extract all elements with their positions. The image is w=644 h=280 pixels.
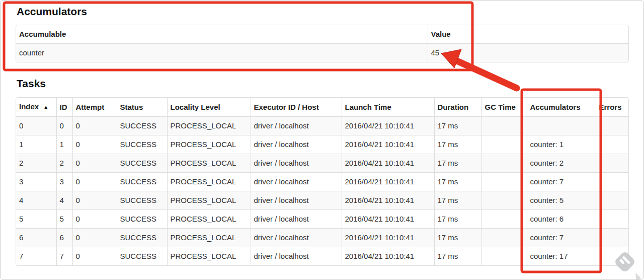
tasks-table: Index▲IDAttemptStatusLocality LevelExecu… xyxy=(16,98,629,265)
table-cell: 17 ms xyxy=(434,154,481,173)
table-cell: SUCCESS xyxy=(117,191,167,210)
table-cell: PROCESS_LOCAL xyxy=(167,210,251,229)
table-cell: SUCCESS xyxy=(117,247,167,266)
table-cell: 6 xyxy=(56,229,72,247)
table-cell: 17 ms xyxy=(434,191,481,210)
header-row: Index▲IDAttemptStatusLocality LevelExecu… xyxy=(16,98,629,117)
column-header-duration[interactable]: Duration xyxy=(434,98,481,117)
table-cell: PROCESS_LOCAL xyxy=(167,229,251,247)
column-header-label: Index xyxy=(19,102,39,111)
table-cell: 5 xyxy=(56,210,72,229)
column-header-launch-time[interactable]: Launch Time xyxy=(342,98,434,117)
table-cell: SUCCESS xyxy=(117,117,167,135)
table-cell: PROCESS_LOCAL xyxy=(167,154,251,173)
table-cell: 7 xyxy=(16,247,56,266)
table-row: 770SUCCESSPROCESS_LOCALdriver / localhos… xyxy=(16,247,629,266)
table-cell: 1 xyxy=(16,135,56,154)
column-header-gc-time[interactable]: GC Time xyxy=(481,98,527,117)
table-cell: 2016/04/21 10:10:41 xyxy=(342,210,434,229)
column-header-label: Executor ID / Host xyxy=(254,103,319,111)
table-cell: PROCESS_LOCAL xyxy=(167,247,251,266)
table-cell: 17 ms xyxy=(434,117,481,135)
table-cell xyxy=(481,247,527,266)
table-cell: SUCCESS xyxy=(117,210,167,229)
table-cell: 0 xyxy=(72,154,117,173)
accumulators-section: Accumulators AccumulableValuecounter45 xyxy=(16,6,629,62)
tasks-section-title: Tasks xyxy=(17,78,629,90)
table-cell: 17 ms xyxy=(434,247,481,266)
column-header-label: ID xyxy=(60,103,67,111)
table-cell: 0 xyxy=(72,135,117,154)
column-header-accumulable[interactable]: Accumulable xyxy=(16,25,428,44)
table-cell xyxy=(527,117,596,135)
table-cell xyxy=(596,210,629,229)
column-header-value[interactable]: Value xyxy=(428,25,629,44)
table-cell: SUCCESS xyxy=(117,229,167,247)
table-cell: 0 xyxy=(72,117,117,135)
table-cell xyxy=(481,154,527,173)
table-cell: 3 xyxy=(56,173,72,191)
table-row: 440SUCCESSPROCESS_LOCALdriver / localhos… xyxy=(16,191,629,210)
table-cell: 7 xyxy=(56,247,72,266)
table-cell: 0 xyxy=(16,117,56,135)
column-header-locality-level[interactable]: Locality Level xyxy=(167,98,251,117)
column-header-label: Launch Time xyxy=(345,103,391,111)
table-cell xyxy=(481,135,527,154)
table-cell: counter: 17 xyxy=(527,247,596,266)
sort-ascending-icon: ▲ xyxy=(43,104,48,110)
column-header-label: Errors xyxy=(599,103,622,111)
cursor-artifact xyxy=(632,272,641,280)
column-header-accumulators[interactable]: Accumulators xyxy=(527,98,596,117)
table-cell: 17 ms xyxy=(434,229,481,247)
table-cell xyxy=(481,173,527,191)
table-row: 330SUCCESSPROCESS_LOCALdriver / localhos… xyxy=(16,173,629,191)
table-cell: 0 xyxy=(72,210,117,229)
tasks-table-wrap: Index▲IDAttemptStatusLocality LevelExecu… xyxy=(16,97,629,266)
table-cell xyxy=(596,117,629,135)
tasks-section: Tasks Index▲IDAttemptStatusLocality Leve… xyxy=(16,78,629,266)
table-cell: driver / localhost xyxy=(251,173,342,191)
table-cell: driver / localhost xyxy=(251,154,342,173)
table-cell xyxy=(481,229,527,247)
column-header-id[interactable]: ID xyxy=(56,98,72,117)
column-header-executor-id-host[interactable]: Executor ID / Host xyxy=(251,98,342,117)
column-header-errors[interactable]: Errors xyxy=(596,98,629,117)
table-row: 000SUCCESSPROCESS_LOCALdriver / localhos… xyxy=(16,117,629,135)
table-cell: counter: 2 xyxy=(527,154,596,173)
column-header-label: Accumulators xyxy=(530,103,581,111)
column-header-label: Status xyxy=(120,103,143,111)
table-cell: 6 xyxy=(16,229,56,247)
page-content: Accumulators AccumulableValuecounter45 T… xyxy=(1,6,643,266)
table-cell: 1 xyxy=(56,135,72,154)
column-header-attempt[interactable]: Attempt xyxy=(72,98,117,117)
column-header-status[interactable]: Status xyxy=(117,98,167,117)
table-cell: counter: 7 xyxy=(527,229,596,247)
table-cell: 2 xyxy=(16,154,56,173)
table-cell: driver / localhost xyxy=(251,191,342,210)
table-cell xyxy=(596,229,629,247)
table-cell: counter: 7 xyxy=(527,173,596,191)
table-cell: PROCESS_LOCAL xyxy=(167,173,251,191)
table-cell: driver / localhost xyxy=(251,117,342,135)
table-cell: driver / localhost xyxy=(251,229,342,247)
accumulators-section-title: Accumulators xyxy=(17,6,629,18)
table-cell xyxy=(481,191,527,210)
table-cell: SUCCESS xyxy=(117,173,167,191)
table-row: counter45 xyxy=(16,44,629,62)
table-cell: driver / localhost xyxy=(251,247,342,266)
header-row: AccumulableValue xyxy=(16,25,629,44)
table-row: 110SUCCESSPROCESS_LOCALdriver / localhos… xyxy=(16,135,629,154)
table-cell xyxy=(596,191,629,210)
table-cell: 2016/04/21 10:10:41 xyxy=(342,247,434,266)
table-row: 660SUCCESSPROCESS_LOCALdriver / localhos… xyxy=(16,229,629,247)
column-header-index[interactable]: Index▲ xyxy=(16,98,56,117)
table-cell: counter: 6 xyxy=(527,210,596,229)
table-cell: counter: 5 xyxy=(527,191,596,210)
column-header-label: Duration xyxy=(438,103,469,111)
table-cell: SUCCESS xyxy=(117,154,167,173)
column-header-label: Value xyxy=(431,30,451,38)
table-cell xyxy=(481,117,527,135)
table-cell: 2016/04/21 10:10:41 xyxy=(342,117,434,135)
table-cell xyxy=(481,210,527,229)
accumulators-table: AccumulableValuecounter45 xyxy=(16,25,629,62)
